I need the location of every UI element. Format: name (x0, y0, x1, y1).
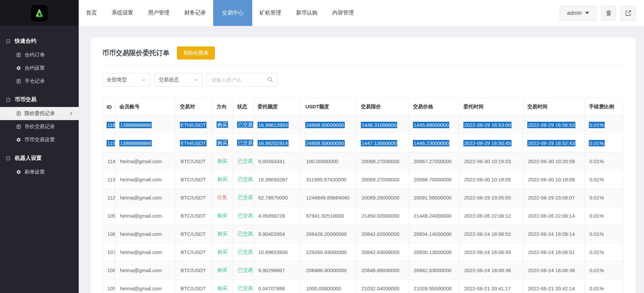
cell-limit-price: 20842.63000000 (357, 243, 409, 261)
search-icon[interactable] (267, 76, 273, 83)
table-row: 107 heima@gmail.com BTC/USDT 购买 已交易 10.8… (103, 243, 624, 261)
cell-deal-price: 20091.59000000 (409, 189, 459, 207)
cell-direction: 购买 (213, 243, 233, 261)
cell-limit-price: 21032.04000000 (357, 280, 409, 293)
cell-order-time: 2022-08-29 16:53:00 (459, 116, 523, 134)
cell-id: 112 (103, 189, 115, 207)
cell-deal-time: 2022-06-30 10:18:08 (523, 171, 585, 189)
table-row: 106 heima@gmail.com BTC/USDT 购买 已交易 9.90… (103, 261, 624, 280)
cell-order-time: 2022-06-24 18:08:45 (459, 243, 523, 261)
table-row: 109 heima@gmail.com BTC/USDT 购买 已交易 4.05… (103, 207, 624, 225)
gear-icon (16, 170, 21, 175)
app-root: 快速合约 合约订单 合约设置 平仓记录 币币交易 限价委托记录 市价交易记录 币… (0, 0, 644, 293)
cell-id: 106 (103, 261, 115, 280)
nav-tab[interactable]: 矿机管理 (252, 0, 289, 26)
nav-tab[interactable]: 新币认购 (289, 0, 325, 26)
logo-a-icon (33, 7, 45, 19)
cell-deal-time: 2022-06-29 23:08:07 (523, 189, 585, 207)
column-header: 交易时间 (523, 98, 585, 116)
type-filter-select[interactable]: 全部类型 (102, 73, 150, 86)
admin-menu-button[interactable]: admin (560, 6, 597, 21)
cell-deal-time: 2022-06-30 10:20:59 (523, 152, 585, 171)
cell-deal-price: 20830.13000000 (409, 243, 459, 261)
sidebar-item[interactable]: 限价委托记录 (0, 107, 79, 120)
cell-amount: 16.98202914 (254, 134, 301, 152)
cell-id: 114 (103, 152, 115, 171)
cell-usdt-amount: 100.00000000 (301, 152, 357, 171)
cell-amount: 16.98613993 (254, 116, 301, 134)
cell-status: 已交易 (233, 152, 254, 171)
column-header: 交易对 (176, 98, 213, 116)
table-row: 105 heima@gmail.com BTC/USDT 购买 已交易 0.04… (103, 280, 624, 293)
column-header: 委托额度 (254, 98, 301, 116)
nav-tab-label: 财务记录 (184, 9, 206, 16)
sidebar-section-header[interactable]: 快速合约 (0, 34, 79, 48)
caret-down-icon (585, 12, 589, 14)
cell-fee-rate: 0.01% (585, 152, 624, 171)
sidebar-section-header[interactable]: 机器人设置 (0, 151, 79, 166)
cell-order-time: 2022-06-21 20:41:17 (459, 280, 523, 293)
sidebar-item[interactable]: 币币交易设置 (0, 133, 79, 146)
column-header: 会员账号 (115, 98, 176, 116)
app-logo[interactable] (31, 5, 48, 22)
sidebar-item[interactable]: 合约订单 (0, 48, 79, 62)
cell-limit-price: 20069.27000000 (357, 171, 409, 189)
sidebar-item[interactable]: 市价交易记录 (0, 120, 79, 133)
cell-usdt-amount: 1000.00000000 (301, 280, 357, 293)
cell-deal-time: 2022-06-24 18:08:51 (523, 243, 585, 261)
status-filter-value: 交易状态 (159, 77, 179, 83)
cell-fee-rate: 0.01% (585, 116, 624, 134)
nav-tab-label: 用户管理 (148, 9, 169, 16)
nav-tab[interactable]: 内容管理 (325, 0, 361, 26)
cell-limit-price: 20068.27000000 (357, 152, 409, 171)
column-header: 手续费比例 (585, 98, 624, 116)
sidebar-item[interactable]: 合约设置 (0, 62, 79, 75)
cell-usdt-amount: 311995.97420000 (301, 171, 357, 189)
clear-cache-button[interactable] (601, 6, 616, 21)
cell-usdt-amount: 1248849.89684040 (301, 189, 357, 207)
cell-amount: 9.90296867 (254, 261, 301, 280)
cell-deal-time: 2022-08-29 16:52:43 (523, 134, 585, 152)
status-filter-select[interactable]: 交易状态 (154, 73, 202, 86)
cell-deal-time: 2022-06-24 18:09:14 (523, 225, 585, 243)
square-minus-icon (6, 156, 11, 161)
cell-deal-price: 20842.63000000 (409, 261, 459, 280)
cell-order-time: 2022-08-29 16:50:45 (459, 134, 523, 152)
sidebar-section-header[interactable]: 币币交易 (0, 93, 79, 107)
sidebar-item-label: 币币交易设置 (25, 137, 55, 143)
nav-tab[interactable]: 交易中心 (213, 0, 252, 26)
cell-direction: 购买 (213, 207, 233, 225)
cell-id: 105 (103, 280, 115, 293)
column-header: 交易限价 (357, 98, 409, 116)
cell-limit-price: 20842.62000000 (357, 225, 409, 243)
nav-tab[interactable]: 首页 (79, 0, 104, 26)
sidebar-item-label: 限价委托记录 (25, 110, 55, 117)
cell-pair: BTC/USDT (176, 207, 213, 225)
nav-tab[interactable]: 财务记录 (177, 0, 213, 26)
nav-tab[interactable]: 系统设置 (104, 0, 141, 26)
top-navbar: 首页系统设置用户管理财务记录交易中心矿机管理新币认购内容管理 admin (79, 0, 644, 26)
table-row: 108 heima@gmail.com BTC/USDT 购买 已交易 9.90… (103, 225, 624, 243)
cell-pair: BTC/USDT (176, 280, 213, 293)
cell-fee-rate: 0.01% (585, 225, 624, 243)
cell-deal-time: 2022-06-21 20:42:14 (523, 280, 585, 293)
nav-tab[interactable]: 用户管理 (141, 0, 177, 26)
init-search-button[interactable]: 初始化搜索 (177, 46, 215, 60)
cell-direction: 购买 (213, 152, 233, 171)
cell-fee-rate: 0.01% (585, 189, 624, 207)
cell-deal-price: 1446.23000000 (409, 134, 459, 152)
table-row: 115 13888888888 ETH/USDT 购买 已交易 16.98202… (103, 134, 624, 152)
column-header: ID (103, 98, 115, 116)
cell-account: 13888888888 (115, 134, 176, 152)
cell-pair: BTC/USDT (176, 189, 213, 207)
cell-pair: ETH/USDT (176, 134, 213, 152)
sidebar-item[interactable]: 平仓记录 (0, 75, 79, 88)
logout-button[interactable] (621, 6, 636, 21)
cell-order-time: 2022-06-24 18:08:36 (459, 261, 523, 280)
cell-order-time: 2022-06-26 22:08:12 (459, 207, 523, 225)
cell-direction: 购买 (213, 225, 233, 243)
nav-tab-label: 新币认购 (296, 9, 317, 16)
sidebar-item[interactable]: 刷单设置 (0, 166, 79, 179)
nav-tab-label: 矿机管理 (260, 9, 281, 16)
navbar-right: admin (560, 0, 644, 26)
